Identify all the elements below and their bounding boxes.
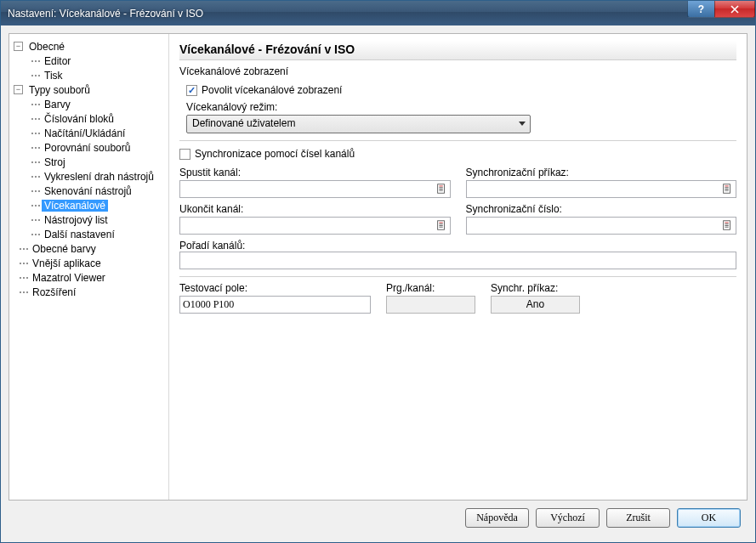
cancel-button[interactable]: Zrušit	[606, 508, 670, 528]
svg-rect-6	[725, 186, 728, 187]
ok-button[interactable]: OK	[677, 508, 741, 528]
channel-order-label: Pořadí kanálů:	[179, 240, 245, 252]
dialog-body: −Obecné ⋯Editor ⋯Tisk −Typy souborů ⋯Bar…	[9, 33, 747, 501]
browse-icon[interactable]	[435, 218, 448, 232]
sync-num-input[interactable]	[466, 217, 737, 235]
mode-select[interactable]: Definované uživatelem	[186, 115, 531, 133]
tree-node-extensions[interactable]: ⋯Rozšíření	[12, 285, 166, 299]
collapse-icon[interactable]: −	[14, 85, 23, 94]
enable-multichannel-checkbox[interactable]	[186, 85, 197, 96]
chevron-down-icon	[519, 122, 526, 126]
svg-rect-7	[725, 187, 728, 188]
enable-multichannel-label: Povolit vícekanálové zobrazení	[202, 84, 342, 96]
svg-rect-19	[725, 227, 728, 228]
tree-node-colors[interactable]: ⋯Barvy	[12, 97, 166, 111]
tree-node-block-numbering[interactable]: ⋯Číslování bloků	[12, 111, 166, 126]
page-title: Vícekanálové - Frézování v ISO	[179, 41, 736, 60]
start-channel-label: Spustit kanál:	[179, 167, 451, 178]
mode-label: Vícekanálový režim:	[186, 101, 736, 113]
tree-node-toolpath-draw[interactable]: ⋯Vykreslení drah nástrojů	[12, 169, 166, 184]
svg-rect-2	[439, 187, 442, 188]
default-button[interactable]: Výchozí	[536, 508, 600, 528]
svg-rect-18	[725, 225, 728, 226]
help-button[interactable]: Nápověda	[465, 508, 529, 528]
browse-icon[interactable]	[720, 218, 734, 232]
sync-cmd-input[interactable]	[466, 180, 737, 198]
sync-num-label: Synchronizační číslo:	[466, 203, 737, 215]
svg-rect-12	[439, 223, 442, 224]
divider	[179, 140, 736, 141]
close-button-icon[interactable]	[714, 1, 755, 18]
divider	[179, 276, 736, 277]
svg-rect-3	[439, 189, 442, 189]
tree-node-machine[interactable]: ⋯Stroj	[12, 155, 166, 169]
tree-node-multichannel[interactable]: ⋯Vícekanálové	[12, 198, 166, 212]
tree-node-other-settings[interactable]: ⋯Další nastavení	[12, 227, 166, 241]
end-channel-label: Ukončit kanál:	[179, 203, 451, 215]
client-area: −Obecné ⋯Editor ⋯Tisk −Typy souborů ⋯Bar…	[1, 25, 755, 542]
settings-window: Nastavení: Vícekanálové - Frézování v IS…	[0, 0, 756, 543]
tree-node-print[interactable]: ⋯Tisk	[12, 68, 166, 82]
svg-rect-8	[725, 189, 728, 189]
tree-node-mazatrol-viewer[interactable]: ⋯Mazatrol Viewer	[12, 270, 166, 285]
channel-order-input[interactable]	[179, 252, 736, 269]
svg-rect-9	[725, 190, 728, 191]
browse-icon[interactable]	[435, 182, 448, 195]
svg-rect-13	[439, 225, 442, 226]
settings-panel: Vícekanálové - Frézování v ISO Vícekanál…	[169, 34, 747, 500]
tree-node-general-colors[interactable]: ⋯Obecné barvy	[12, 241, 166, 256]
titlebar-buttons: ?	[687, 1, 755, 18]
sync-cmd-result-display: Ano	[491, 296, 580, 314]
mode-value: Definované uživatelem	[192, 117, 295, 129]
tree-node-filetypes[interactable]: −Typy souborů	[12, 82, 166, 97]
sync-by-numbers-checkbox[interactable]	[179, 149, 190, 160]
tree-node-external-apps[interactable]: ⋯Vnější aplikace	[12, 256, 166, 270]
svg-rect-11	[439, 223, 442, 223]
titlebar[interactable]: Nastavení: Vícekanálové - Frézování v IS…	[1, 1, 755, 25]
help-button-icon[interactable]: ?	[687, 1, 714, 18]
end-channel-input[interactable]	[179, 217, 451, 235]
prg-channel-label: Prg./kanál:	[386, 282, 475, 294]
sync-cmd-result-label: Synchr. příkaz:	[491, 282, 580, 294]
dialog-footer: Nápověda Výchozí Zrušit OK	[9, 501, 747, 535]
tree-node-general[interactable]: −Obecné	[12, 39, 166, 54]
tree-node-editor[interactable]: ⋯Editor	[12, 54, 166, 68]
settings-tree[interactable]: −Obecné ⋯Editor ⋯Tisk −Typy souborů ⋯Bar…	[9, 34, 169, 500]
prg-channel-display	[386, 296, 475, 314]
collapse-icon[interactable]: −	[14, 42, 23, 51]
svg-rect-14	[439, 227, 442, 228]
browse-icon[interactable]	[720, 182, 734, 195]
tree-node-tool-scan[interactable]: ⋯Skenování nástrojů	[12, 184, 166, 198]
svg-rect-4	[439, 190, 442, 191]
test-field-input[interactable]	[179, 296, 371, 314]
tree-node-file-compare[interactable]: ⋯Porovnání souborů	[12, 140, 166, 155]
tree-node-tool-list[interactable]: ⋯Nástrojový list	[12, 212, 166, 227]
start-channel-input[interactable]	[179, 180, 451, 198]
svg-rect-1	[439, 186, 442, 187]
tree-node-load-save[interactable]: ⋯Načítání/Ukládání	[12, 126, 166, 140]
sync-by-numbers-label: Synchronizace pomocí čísel kanálů	[195, 148, 355, 160]
sync-cmd-label: Synchronizační příkaz:	[466, 167, 737, 178]
test-field-label: Testovací pole:	[179, 282, 371, 294]
group-display-title: Vícekanálové zobrazení	[179, 65, 736, 77]
svg-rect-16	[725, 223, 728, 223]
window-title: Nastavení: Vícekanálové - Frézování v IS…	[8, 8, 203, 20]
svg-rect-17	[725, 223, 728, 224]
